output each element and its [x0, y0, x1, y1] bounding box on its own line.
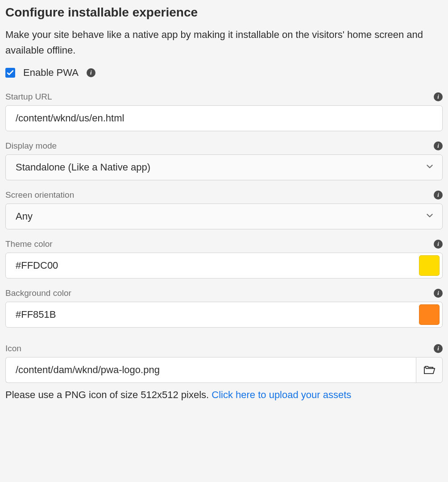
screen-orientation-label: Screen orientation	[5, 190, 74, 200]
enable-pwa-checkbox[interactable]	[5, 68, 15, 78]
theme-color-label: Theme color	[5, 239, 53, 249]
folder-open-icon	[423, 364, 436, 376]
info-icon[interactable]: i	[434, 240, 443, 249]
info-icon[interactable]: i	[434, 191, 443, 199]
background-color-label: Background color	[5, 288, 71, 298]
theme-color-swatch[interactable]	[419, 255, 440, 276]
background-color-input[interactable]	[16, 309, 419, 320]
theme-color-field: Theme color i	[5, 239, 443, 278]
icon-path-input[interactable]	[5, 357, 416, 383]
check-icon	[7, 69, 14, 76]
display-mode-field: Display mode i Standalone (Like a Native…	[5, 141, 443, 180]
theme-color-input[interactable]	[16, 260, 419, 271]
startup-url-input[interactable]	[5, 105, 443, 131]
enable-pwa-row: Enable PWA i	[5, 67, 443, 79]
display-mode-label: Display mode	[5, 141, 57, 151]
upload-assets-link[interactable]: Click here to upload your assets	[212, 389, 351, 400]
background-color-swatch[interactable]	[419, 304, 440, 325]
startup-url-label: Startup URL	[5, 92, 52, 102]
startup-url-field: Startup URL i	[5, 92, 443, 131]
info-icon[interactable]: i	[434, 141, 443, 150]
screen-orientation-select[interactable]: Any	[5, 204, 443, 229]
icon-field: Icon i Please use a PNG icon of size 512…	[5, 344, 443, 401]
screen-orientation-field: Screen orientation i Any	[5, 190, 443, 229]
page-description: Make your site behave like a native app …	[5, 27, 443, 58]
icon-hint: Please use a PNG icon of size 512x512 pi…	[5, 389, 443, 401]
icon-label: Icon	[5, 344, 21, 353]
info-icon[interactable]: i	[434, 92, 443, 101]
info-icon[interactable]: i	[87, 68, 95, 77]
browse-button[interactable]	[416, 357, 443, 383]
background-color-field: Background color i	[5, 288, 443, 328]
icon-hint-prefix: Please use a PNG icon of size 512x512 pi…	[5, 389, 212, 400]
info-icon[interactable]: i	[434, 344, 443, 353]
display-mode-select[interactable]: Standalone (Like a Native app)	[5, 154, 443, 180]
enable-pwa-label: Enable PWA	[23, 67, 79, 79]
info-icon[interactable]: i	[434, 289, 443, 298]
page-title: Configure installable experience	[5, 5, 443, 20]
